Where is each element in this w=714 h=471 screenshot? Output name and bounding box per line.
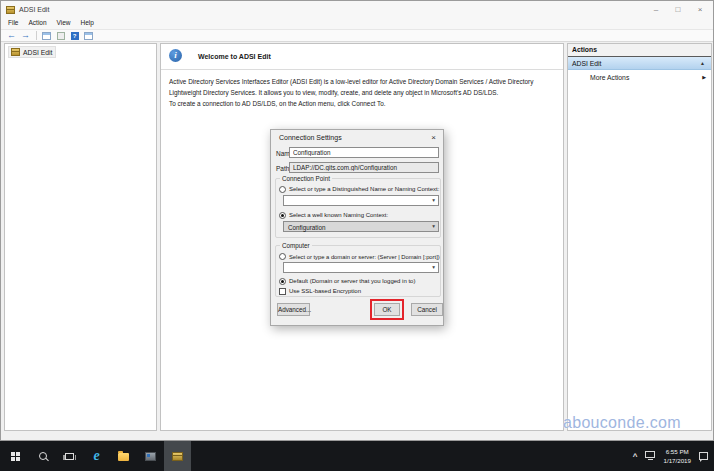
path-input[interactable] bbox=[289, 162, 439, 173]
distinguished-name-combobox[interactable]: ▾ bbox=[283, 195, 439, 206]
internet-explorer-button[interactable]: e bbox=[83, 441, 110, 471]
task-view-button[interactable] bbox=[56, 441, 83, 471]
search-button[interactable] bbox=[29, 441, 56, 471]
ssl-encryption-label: Use SSL-based Encryption bbox=[289, 288, 361, 294]
menu-bar: File Action View Help bbox=[1, 18, 713, 29]
adsi-edit-icon bbox=[172, 452, 183, 461]
search-icon bbox=[39, 452, 47, 460]
desktop: ADSI Edit – □ × File Action View Help ← … bbox=[0, 0, 714, 471]
tree-item-label: ADSI Edit bbox=[23, 49, 52, 56]
clock-time: 6:55 PM bbox=[663, 447, 691, 456]
radio-distinguished-name-label: Select or type a Distinguished Name or N… bbox=[289, 186, 439, 192]
forward-icon[interactable]: → bbox=[19, 30, 32, 41]
well-known-context-combobox[interactable]: Configuration ▾ bbox=[283, 221, 439, 232]
tray-chevron-icon[interactable]: ^ bbox=[633, 452, 638, 461]
taskbar: e ^ 6:55 PM 1/17/2019 bbox=[0, 441, 714, 471]
server-manager-icon bbox=[145, 452, 156, 461]
more-actions-item[interactable]: More Actions ▶ bbox=[568, 70, 711, 84]
chevron-right-icon: ▶ bbox=[702, 74, 706, 80]
start-button[interactable] bbox=[2, 441, 29, 471]
radio-well-known-context-label: Select a well known Naming Context: bbox=[289, 212, 388, 218]
welcome-heading: Welcome to ADSI Edit bbox=[198, 53, 271, 60]
export-list-icon[interactable] bbox=[54, 30, 67, 41]
clock-date: 1/17/2019 bbox=[663, 456, 691, 465]
radio-well-known-context[interactable] bbox=[279, 212, 286, 219]
adsi-app-icon bbox=[6, 6, 15, 14]
advanced-button[interactable]: Advanced... bbox=[277, 303, 310, 316]
cancel-button[interactable]: Cancel bbox=[411, 303, 443, 316]
console-tree-panel: ADSI Edit bbox=[4, 43, 157, 431]
chevron-down-icon: ▾ bbox=[432, 224, 435, 230]
back-icon[interactable]: ← bbox=[5, 30, 18, 41]
title-bar: ADSI Edit – □ × bbox=[1, 1, 713, 18]
tree-item-adsi-edit[interactable]: ADSI Edit bbox=[8, 46, 56, 58]
ok-button-highlight-annotation bbox=[370, 299, 404, 320]
adsi-node-icon bbox=[11, 48, 20, 56]
radio-default-domain[interactable] bbox=[279, 278, 286, 285]
task-view-icon bbox=[65, 453, 74, 460]
more-actions-label: More Actions bbox=[590, 74, 629, 81]
name-input[interactable] bbox=[289, 147, 439, 158]
folder-icon bbox=[118, 453, 129, 461]
menu-file[interactable]: File bbox=[3, 18, 23, 29]
actions-section-adsi-edit[interactable]: ADSI Edit ▲ bbox=[568, 57, 711, 70]
welcome-header: i Welcome to ADSI Edit bbox=[161, 44, 563, 70]
radio-domain-or-server-label: Select or type a domain or server: (Serv… bbox=[289, 254, 440, 260]
chevron-down-icon: ▾ bbox=[432, 265, 435, 271]
dialog-title: Connection Settings bbox=[279, 134, 342, 141]
menu-view[interactable]: View bbox=[52, 18, 76, 29]
actions-panel: Actions ADSI Edit ▲ More Actions ▶ bbox=[567, 43, 712, 431]
welcome-paragraph-1: Active Directory Services Interfaces Edi… bbox=[169, 77, 558, 98]
actions-section-label: ADSI Edit bbox=[572, 60, 601, 67]
ssl-encryption-checkbox[interactable] bbox=[279, 288, 286, 295]
collapse-icon[interactable]: ▲ bbox=[700, 60, 705, 66]
file-explorer-button[interactable] bbox=[110, 441, 137, 471]
network-icon[interactable] bbox=[645, 451, 655, 458]
domain-or-server-combobox[interactable]: ▾ bbox=[283, 262, 439, 273]
computer-group-label: Computer bbox=[280, 242, 312, 249]
server-manager-button[interactable] bbox=[137, 441, 164, 471]
connection-settings-dialog: Connection Settings × Name: Path: Connec… bbox=[270, 129, 444, 326]
properties-icon[interactable] bbox=[82, 30, 95, 41]
adsi-edit-window: ADSI Edit – □ × File Action View Help ← … bbox=[0, 0, 714, 441]
info-icon: i bbox=[169, 49, 182, 62]
watermark: abouconde.com bbox=[563, 414, 681, 432]
help-icon[interactable]: ? bbox=[68, 30, 81, 41]
toolbar: ← → ? bbox=[1, 29, 713, 42]
combo-selected-value: Configuration bbox=[288, 224, 325, 231]
radio-domain-or-server[interactable] bbox=[279, 253, 286, 260]
toolbar-separator bbox=[36, 31, 37, 40]
system-tray: ^ 6:55 PM 1/17/2019 bbox=[633, 441, 708, 471]
dialog-close-icon[interactable]: × bbox=[431, 133, 436, 142]
clock[interactable]: 6:55 PM 1/17/2019 bbox=[663, 447, 691, 466]
maximize-button[interactable]: □ bbox=[667, 1, 689, 18]
internet-explorer-icon: e bbox=[93, 449, 99, 463]
window-controls: – □ × bbox=[645, 1, 711, 18]
chevron-down-icon: ▾ bbox=[432, 198, 435, 204]
connection-point-group-label: Connection Point bbox=[280, 175, 332, 182]
actions-header: Actions bbox=[568, 44, 711, 57]
menu-action[interactable]: Action bbox=[23, 18, 51, 29]
action-center-icon[interactable] bbox=[699, 452, 708, 460]
show-hide-console-tree-icon[interactable] bbox=[40, 30, 53, 41]
minimize-button[interactable]: – bbox=[645, 1, 667, 18]
window-title: ADSI Edit bbox=[19, 6, 49, 13]
adsi-edit-taskbar-button[interactable] bbox=[164, 441, 191, 471]
radio-distinguished-name[interactable] bbox=[279, 186, 286, 193]
welcome-paragraph-2: To create a connection to AD DS/LDS, on … bbox=[169, 100, 558, 107]
close-button[interactable]: × bbox=[689, 1, 711, 18]
radio-default-domain-label: Default (Domain or server that you logge… bbox=[289, 278, 415, 284]
menu-help[interactable]: Help bbox=[76, 18, 99, 29]
windows-logo-icon bbox=[11, 452, 20, 461]
